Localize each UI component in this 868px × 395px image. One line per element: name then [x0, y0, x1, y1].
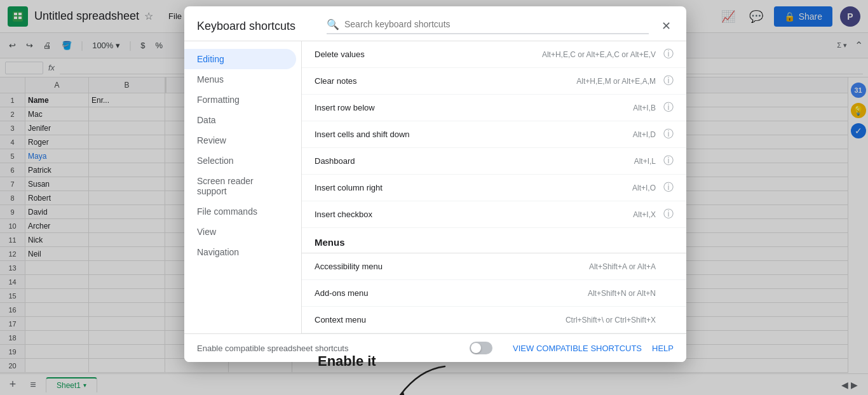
list-item: Insert cells and shift down Alt+I,D ⓘ: [302, 121, 686, 148]
toggle-knob: [471, 343, 481, 353]
shortcut-name: Insert column right: [315, 183, 632, 192]
nav-item-review[interactable]: Review: [184, 130, 296, 151]
shortcut-key: Alt+Shift+A or Alt+A: [589, 262, 656, 271]
help-link[interactable]: HELP: [652, 344, 674, 353]
compatible-shortcuts-toggle[interactable]: [470, 342, 492, 354]
shortcut-name: Dashboard: [315, 156, 634, 166]
shortcut-key: Ctrl+Shift+\ or Ctrl+Shift+X: [566, 316, 656, 325]
shortcut-name: Insert row below: [315, 103, 633, 112]
info-icon[interactable]: ⓘ: [663, 48, 674, 61]
info-icon[interactable]: ⓘ: [663, 208, 674, 221]
nav-item-selection[interactable]: Selection: [184, 151, 296, 171]
info-icon[interactable]: ⓘ: [663, 154, 674, 168]
info-icon[interactable]: ⓘ: [663, 181, 674, 194]
list-item: Insert row below Alt+I,B ⓘ: [302, 95, 686, 121]
dialog-header: Keyboard shortcuts 🔍 ✕: [184, 6, 686, 41]
shortcut-key: Alt+H,E,M or Alt+E,A,M: [576, 77, 656, 86]
keyboard-shortcuts-dialog: Keyboard shortcuts 🔍 ✕ Editing Menus For…: [184, 6, 686, 362]
shortcut-key: Alt+I,O: [632, 184, 656, 192]
nav-item-view[interactable]: View: [184, 222, 296, 242]
shortcut-name: Insert checkbox: [315, 210, 633, 219]
search-icon: 🔍: [327, 18, 339, 30]
section-header-menus: Menus: [302, 228, 686, 253]
info-icon[interactable]: ⓘ: [663, 128, 674, 141]
dialog-body: Editing Menus Formatting Data Review Sel…: [184, 41, 686, 333]
nav-item-data[interactable]: Data: [184, 110, 296, 130]
list-item: Dashboard Alt+I,L ⓘ: [302, 148, 686, 175]
compatible-shortcuts-label: Enable compatible spreadsheet shortcuts: [197, 344, 459, 353]
shortcut-key: Alt+I,L: [634, 157, 656, 166]
shortcut-name: Insert cells and shift down: [315, 130, 633, 139]
shortcut-key: Alt+I,X: [633, 210, 656, 219]
close-button[interactable]: ✕: [659, 17, 674, 36]
info-icon[interactable]: ⓘ: [663, 101, 674, 114]
nav-item-formatting[interactable]: Formatting: [184, 90, 296, 110]
list-item: Delete values Alt+H,E,C or Alt+E,A,C or …: [302, 41, 686, 68]
nav-item-editing[interactable]: Editing: [184, 49, 296, 69]
view-compatible-shortcuts-link[interactable]: VIEW COMPATIBLE SHORTCUTS: [513, 344, 642, 353]
dialog-footer: Enable compatible spreadsheet shortcuts …: [184, 333, 686, 362]
list-item: Insert checkbox Alt+I,X ⓘ: [302, 201, 686, 228]
list-item: Add-ons menu Alt+Shift+N or Alt+N ⓘ: [302, 280, 686, 307]
shortcut-name: Add-ons menu: [315, 288, 588, 298]
shortcut-key: Alt+I,D: [633, 130, 656, 139]
list-item: Insert column right Alt+I,O ⓘ: [302, 175, 686, 201]
shortcut-name: Accessibility menu: [315, 262, 589, 271]
shortcut-name: Delete values: [315, 50, 542, 59]
search-container: 🔍: [327, 18, 649, 34]
shortcut-key: Alt+H,E,C or Alt+E,A,C or Alt+E,V: [542, 50, 656, 59]
nav-item-navigation[interactable]: Navigation: [184, 242, 296, 262]
nav-item-screen-reader[interactable]: Screen reader support: [184, 171, 296, 201]
list-item: Accessibility menu Alt+Shift+A or Alt+A …: [302, 253, 686, 280]
shortcut-key: Alt+I,B: [633, 104, 656, 112]
nav-item-menus[interactable]: Menus: [184, 69, 296, 90]
list-item: Clear notes Alt+H,E,M or Alt+E,A,M ⓘ: [302, 68, 686, 95]
dialog-title: Keyboard shortcuts: [197, 20, 311, 33]
nav-item-file-commands[interactable]: File commands: [184, 201, 296, 222]
dialog-nav: Editing Menus Formatting Data Review Sel…: [184, 41, 302, 333]
search-input[interactable]: [344, 19, 649, 29]
list-item: Context menu Ctrl+Shift+\ or Ctrl+Shift+…: [302, 307, 686, 333]
info-icon[interactable]: ⓘ: [663, 74, 674, 88]
shortcut-key: Alt+Shift+N or Alt+N: [588, 289, 656, 298]
shortcut-name: Clear notes: [315, 76, 576, 86]
shortcut-name: Context menu: [315, 315, 566, 325]
dialog-content: Delete values Alt+H,E,C or Alt+E,A,C or …: [302, 41, 686, 333]
